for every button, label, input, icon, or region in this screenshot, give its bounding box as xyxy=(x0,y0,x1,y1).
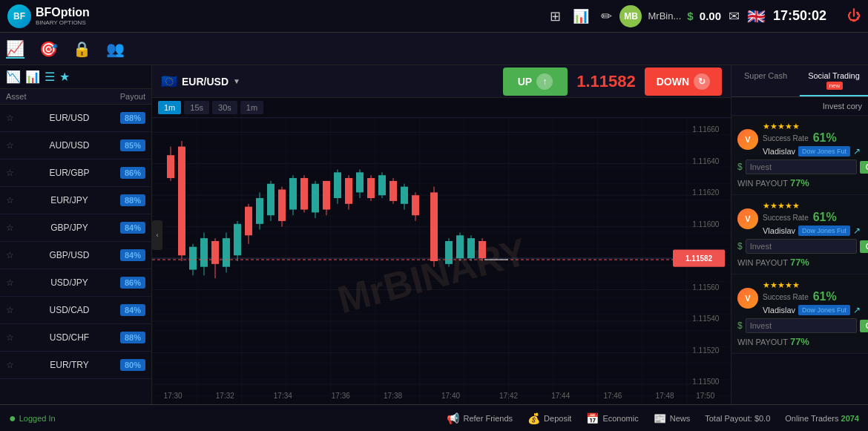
down-button[interactable]: DOWN ↻ xyxy=(645,68,722,96)
tab-social-trading[interactable]: Social Trading new xyxy=(800,65,868,96)
nav-crosshair-icon[interactable]: 🎯 xyxy=(39,40,58,58)
tf-1m-button[interactable]: 1m xyxy=(158,101,181,114)
grid-icon[interactable]: ⊞ xyxy=(550,8,561,24)
star-icon[interactable]: ☆ xyxy=(6,250,14,260)
svg-rect-63 xyxy=(401,187,408,204)
chart-area: 🇪🇺 EUR/USD ▼ UP ↑ 1.11582 DOWN ↻ 1m 15s … xyxy=(152,65,731,404)
avatar: MB xyxy=(619,5,642,27)
trader-card: V ★★★★★ Success Rate 61% Vladislav Dow J… xyxy=(731,195,868,274)
tf-1m-alt-button[interactable]: 1m xyxy=(240,101,263,114)
star-icon[interactable]: ☆ xyxy=(6,168,14,178)
up-button[interactable]: UP ↑ xyxy=(503,68,568,96)
asset-payout: 88% xyxy=(120,194,145,206)
clock-display: 17:50:02 xyxy=(773,8,840,24)
mail-icon[interactable]: ✉ xyxy=(729,8,740,24)
balance-display: $ 0.00 xyxy=(687,10,721,22)
asset-name: GBP/USD xyxy=(49,250,89,260)
pencil-icon[interactable]: ✏ xyxy=(601,8,612,24)
nav-users-icon[interactable]: 👥 xyxy=(106,40,125,58)
invest-input[interactable] xyxy=(746,239,857,254)
list-icon[interactable]: ☰ xyxy=(45,70,55,84)
list-item[interactable]: ☆ USD/JPY 86% xyxy=(0,269,151,297)
main-layout: 📉 📊 ☰ ★ Asset Payout ☆ EUR/USD 88% ☆ AUD… xyxy=(0,65,868,404)
list-item[interactable]: ☆ EUR/USD 88% xyxy=(0,105,151,132)
bottom-bar: ● Logged In 📢 Refer Friends 💰 Deposit 📅 … xyxy=(0,404,868,431)
svg-rect-37 xyxy=(256,198,263,224)
trader-link-icon[interactable]: ↗ xyxy=(853,305,861,315)
asset-name: USD/CHF xyxy=(50,332,89,343)
chart-bar-icon[interactable]: 📊 xyxy=(25,70,40,84)
right-tabs: Super Cash Social Trading new xyxy=(731,65,868,97)
copy-button[interactable]: COPY xyxy=(860,320,868,332)
dollar-icon: $ xyxy=(737,162,743,172)
svg-rect-33 xyxy=(234,224,241,255)
star-icon[interactable]: ☆ xyxy=(6,223,14,233)
logo-area: BF BFOption BINARY OPTIONS xyxy=(7,4,111,28)
star-icon[interactable]: ☆ xyxy=(6,140,14,151)
nav-chart-icon[interactable]: 📈 xyxy=(6,39,24,59)
list-item[interactable]: ☆ GBP/JPY 84% xyxy=(0,214,151,242)
dollar-icon: $ xyxy=(737,241,743,251)
list-item[interactable]: ☆ USD/CHF 88% xyxy=(0,324,151,352)
chart-line-icon[interactable]: 📉 xyxy=(6,70,21,84)
copy-button[interactable]: COPY xyxy=(860,161,868,174)
deposit-button[interactable]: 💰 Deposit xyxy=(527,412,571,424)
news-button[interactable]: 📰 News xyxy=(654,412,691,424)
dollar-icon: $ xyxy=(737,320,743,331)
star-icon[interactable]: ★ xyxy=(59,70,70,84)
star-icon[interactable]: ☆ xyxy=(6,277,14,288)
power-icon[interactable]: ⏻ xyxy=(847,8,861,24)
asset-name: EUR/GBP xyxy=(49,168,89,178)
invest-input[interactable] xyxy=(746,159,857,174)
sidebar-collapse-button[interactable]: ‹ xyxy=(152,220,162,250)
asset-name: GBP/JPY xyxy=(50,223,88,233)
list-item[interactable]: ☆ EUR/JPY 88% xyxy=(0,187,151,214)
svg-text:1.11582: 1.11582 xyxy=(685,254,713,263)
asset-name: EUR/TRY xyxy=(50,360,88,370)
tf-15s-button[interactable]: 15s xyxy=(184,101,209,114)
chart-toolbar: 🇪🇺 EUR/USD ▼ UP ↑ 1.11582 DOWN ↻ xyxy=(152,65,731,98)
economic-button[interactable]: 📅 Economic xyxy=(586,412,638,424)
star-icon[interactable]: ☆ xyxy=(6,305,14,315)
tf-30s-button[interactable]: 30s xyxy=(212,101,237,114)
price-display: 1.11582 xyxy=(576,72,636,91)
currency-selector[interactable]: 🇪🇺 EUR/USD ▼ xyxy=(161,73,240,90)
trader-link-icon[interactable]: ↗ xyxy=(853,146,861,157)
down-arrow-icon: ↻ xyxy=(694,73,710,90)
svg-rect-29 xyxy=(211,241,219,264)
trader-details: ★★★★★ Success Rate 61% Vladislav Dow Jon… xyxy=(763,201,861,236)
trader-link-icon[interactable]: ↗ xyxy=(853,226,861,236)
svg-text:17:46: 17:46 xyxy=(603,392,622,400)
logo-icon: BF xyxy=(7,4,31,28)
copy-button[interactable]: COPY xyxy=(860,240,868,253)
star-icon[interactable]: ☆ xyxy=(6,332,14,343)
trader-asset-tag: Dow Jones Fut xyxy=(798,226,850,236)
win-pct: 77% xyxy=(790,336,809,347)
list-item[interactable]: ☆ EUR/TRY 80% xyxy=(0,352,151,379)
trader-top-row: V ★★★★★ Success Rate 61% Vladislav Dow J… xyxy=(737,122,862,157)
win-payout-row: WIN PAYOUT 77% xyxy=(737,336,862,347)
list-item[interactable]: ☆ EUR/GBP 86% xyxy=(0,159,151,187)
secondary-navigation: 📈 🎯 🔒 👥 xyxy=(0,33,868,65)
nav-lock-icon[interactable]: 🔒 xyxy=(73,40,91,58)
star-icon[interactable]: ☆ xyxy=(6,113,14,123)
chart-icon[interactable]: 📊 xyxy=(573,8,589,24)
list-item[interactable]: ☆ USD/CAD 84% xyxy=(0,297,151,324)
svg-rect-69 xyxy=(445,241,453,264)
list-item[interactable]: ☆ AUD/USD 85% xyxy=(0,132,151,159)
star-icon[interactable]: ☆ xyxy=(6,360,14,370)
tab-super-cash[interactable]: Super Cash xyxy=(731,65,800,96)
list-item[interactable]: ☆ GBP/USD 84% xyxy=(0,242,151,269)
invest-row: $ COPY xyxy=(737,159,862,174)
flag-icon[interactable]: 🇬🇧 xyxy=(747,7,766,25)
asset-payout: 84% xyxy=(120,222,145,234)
star-icon[interactable]: ☆ xyxy=(6,195,14,205)
asset-name: USD/JPY xyxy=(50,277,88,288)
chart-svg: 1.11660 1.11640 1.11620 1.11600 1.11580 … xyxy=(152,118,731,404)
svg-rect-41 xyxy=(278,190,286,221)
trader-avatar: V xyxy=(737,129,758,150)
status-dot: ● xyxy=(9,412,16,425)
invest-input[interactable] xyxy=(746,318,857,333)
svg-rect-61 xyxy=(389,181,397,201)
refer-friends-button[interactable]: 📢 Refer Friends xyxy=(447,412,513,424)
